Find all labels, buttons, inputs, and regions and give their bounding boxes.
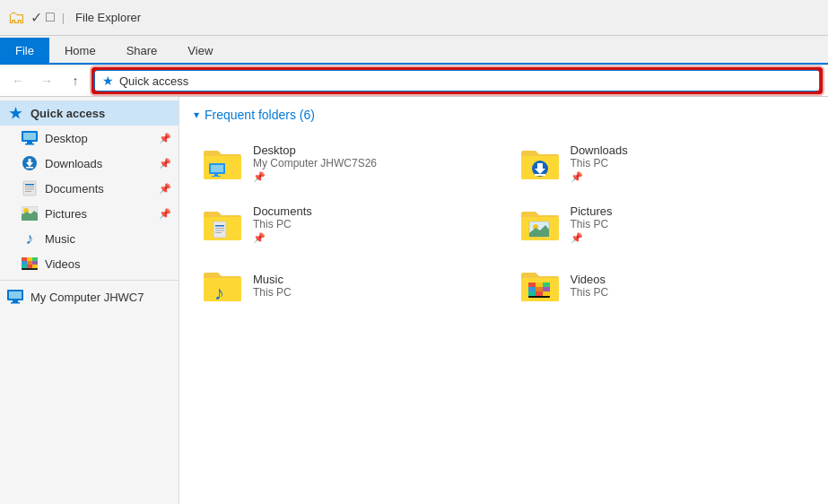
app-title: File Explorer	[75, 11, 141, 24]
quick-access-toolbar: ✓ □	[31, 9, 55, 26]
tab-home[interactable]: Home	[49, 38, 111, 63]
tab-file[interactable]: File	[0, 38, 49, 63]
address-input[interactable]: ★ Quick access	[93, 69, 821, 92]
svg-rect-29	[11, 302, 20, 304]
sidebar-desktop-label: Desktop	[45, 132, 88, 145]
frequent-folders-header[interactable]: ▾ Frequent folders (6)	[194, 108, 814, 122]
ribbon-tabs: File Home Share View	[0, 36, 828, 65]
main-area: ★ Quick access Desktop 📌	[0, 97, 828, 504]
svg-rect-18	[27, 257, 32, 261]
folder-videos-sub: This PC	[571, 286, 609, 299]
downloads-icon	[22, 155, 38, 171]
pin-icon-desktop: 📌	[159, 133, 171, 144]
tab-share[interactable]: Share	[111, 38, 173, 63]
document-icon[interactable]: □	[46, 9, 55, 26]
checkmark-icon[interactable]: ✓	[31, 9, 42, 26]
sidebar-item-downloads[interactable]: Downloads 📌	[0, 151, 179, 176]
back-button[interactable]: ←	[7, 70, 29, 91]
app-icon: 🗂	[7, 7, 25, 28]
folder-downloads-info: Downloads This PC 📌	[571, 143, 628, 183]
folder-music-info: Music This PC	[253, 273, 292, 299]
folder-videos[interactable]: Videos This PC	[511, 258, 815, 312]
svg-rect-33	[212, 176, 221, 177]
sidebar-item-desktop[interactable]: Desktop 📌	[0, 126, 179, 151]
svg-rect-41	[215, 232, 222, 233]
svg-rect-40	[215, 230, 224, 231]
folder-music[interactable]: ♪ Music This PC	[194, 258, 497, 312]
svg-rect-8	[25, 184, 34, 186]
folder-pictures-sub: This PC	[571, 218, 613, 230]
svg-rect-32	[214, 174, 218, 176]
sidebar-item-videos[interactable]: Videos	[0, 251, 179, 276]
svg-rect-28	[13, 300, 18, 302]
sidebar-item-quick-access[interactable]: ★ Quick access	[0, 100, 179, 126]
folder-pictures[interactable]: Pictures This PC 📌	[511, 197, 815, 251]
folder-videos-info: Videos This PC	[571, 273, 609, 299]
svg-rect-51	[536, 287, 543, 291]
svg-rect-38	[215, 225, 224, 227]
folder-desktop-info: Desktop My Computer JHWC7S26 📌	[253, 143, 377, 183]
chevron-icon: ▾	[194, 109, 199, 121]
svg-rect-48	[536, 282, 543, 287]
sidebar-item-my-computer[interactable]: My Computer JHWC7	[0, 284, 179, 309]
svg-rect-10	[25, 189, 34, 190]
folder-music-icon: ♪	[201, 265, 244, 305]
folder-desktop-pin: 📌	[253, 171, 377, 183]
sidebar-documents-label: Documents	[45, 182, 104, 196]
svg-text:♪: ♪	[214, 282, 224, 303]
svg-rect-9	[25, 187, 34, 187]
pin-icon-documents: 📌	[159, 183, 171, 195]
svg-rect-1	[23, 133, 36, 140]
svg-rect-31	[211, 165, 223, 172]
music-icon: ♪	[22, 230, 38, 247]
svg-rect-49	[543, 282, 550, 287]
svg-rect-52	[543, 287, 550, 291]
star-icon: ★	[7, 105, 23, 121]
pin-icon-pictures: 📌	[159, 208, 171, 220]
section-title-text: Frequent folders (6)	[205, 108, 315, 122]
documents-icon	[22, 180, 38, 196]
sidebar-divider	[0, 280, 179, 281]
sidebar-computer-label: My Computer JHWC7	[31, 291, 144, 304]
up-button[interactable]: ↑	[65, 70, 86, 91]
svg-rect-55	[543, 291, 550, 296]
folder-music-name: Music	[253, 273, 292, 286]
svg-rect-23	[22, 265, 27, 268]
svg-rect-22	[32, 261, 38, 265]
folder-videos-icon	[519, 265, 562, 305]
pictures-icon	[22, 205, 38, 222]
tab-view[interactable]: View	[172, 38, 228, 63]
svg-rect-39	[215, 228, 224, 229]
svg-rect-3	[25, 143, 34, 145]
sidebar-downloads-label: Downloads	[45, 157, 102, 170]
svg-rect-36	[535, 174, 545, 176]
svg-rect-54	[536, 291, 543, 296]
highlight-ring	[92, 67, 823, 94]
svg-rect-50	[528, 287, 536, 291]
forward-button[interactable]: →	[36, 70, 57, 91]
separator: |	[62, 11, 65, 24]
svg-rect-19	[32, 257, 38, 261]
svg-rect-53	[528, 291, 536, 296]
svg-rect-7	[23, 181, 36, 196]
folder-desktop-name: Desktop	[253, 143, 377, 157]
svg-rect-24	[27, 265, 32, 268]
sidebar-item-pictures[interactable]: Pictures 📌	[0, 201, 179, 226]
folder-documents-info: Documents This PC 📌	[253, 204, 312, 244]
folder-documents-pin: 📌	[253, 232, 312, 244]
folder-music-sub: This PC	[253, 286, 292, 299]
content-panel: ▾ Frequent folders (6) Desktop	[179, 97, 828, 504]
folder-desktop-icon	[201, 143, 244, 183]
folder-pictures-pin: 📌	[571, 232, 613, 244]
folder-documents-sub: This PC	[253, 218, 312, 230]
folder-desktop-sub: My Computer JHWC7S26	[253, 157, 377, 169]
folder-documents[interactable]: Documents This PC 📌	[194, 197, 497, 251]
folder-downloads-sub: This PC	[571, 157, 628, 169]
sidebar-item-documents[interactable]: Documents 📌	[0, 176, 179, 201]
folder-desktop[interactable]: Desktop My Computer JHWC7S26 📌	[194, 136, 497, 190]
sidebar: ★ Quick access Desktop 📌	[0, 97, 179, 504]
address-text: Quick access	[119, 74, 188, 88]
sidebar-item-music[interactable]: ♪ Music	[0, 226, 179, 251]
folder-downloads[interactable]: Downloads This PC 📌	[511, 136, 815, 190]
folder-downloads-pin: 📌	[571, 171, 628, 183]
